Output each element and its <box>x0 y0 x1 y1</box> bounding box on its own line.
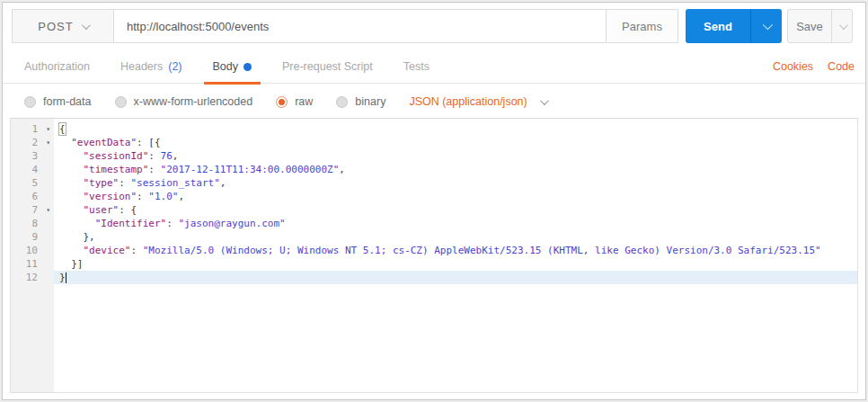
radio-circle-icon <box>115 96 127 108</box>
editor-line[interactable]: 4 "timestamp": "2017-12-11T11:34:00.0000… <box>11 163 857 176</box>
save-button[interactable]: Save <box>788 10 831 42</box>
editor-line[interactable]: 6 "version": "1.0", <box>11 190 857 203</box>
send-options-button[interactable] <box>750 9 782 43</box>
chevron-down-icon <box>540 96 549 105</box>
fold-arrow-icon[interactable]: ▾ <box>46 136 50 149</box>
params-button[interactable]: Params <box>606 10 678 42</box>
tab-body[interactable]: Body <box>211 50 254 84</box>
line-number: 1▾ <box>11 122 54 136</box>
editor-line[interactable]: 10 "device": "Mozilla/5.0 (Windows; U; W… <box>11 244 857 257</box>
url-input[interactable]: http://localhost:5000/events <box>114 10 606 42</box>
fold-arrow-icon[interactable]: ▾ <box>46 122 50 136</box>
chevron-down-icon <box>838 21 847 30</box>
method-label: POST <box>38 20 73 33</box>
fold-arrow-icon[interactable]: ▾ <box>46 203 50 217</box>
line-number: 10 <box>11 244 54 257</box>
send-button[interactable]: Send <box>686 9 750 43</box>
editor-line[interactable]: 1▾{ <box>11 122 857 136</box>
url-group: POST http://localhost:5000/events Params <box>12 9 678 43</box>
content-type-dropdown[interactable]: JSON (application/json) <box>409 95 545 108</box>
request-builder-panel: POST http://localhost:5000/events Params… <box>2 2 866 400</box>
line-number: 5 <box>11 176 54 190</box>
save-options-button[interactable] <box>831 10 852 42</box>
code-text: }, <box>54 230 857 244</box>
code-text: "type": "session_start", <box>54 176 857 190</box>
app-window: POST http://localhost:5000/events Params… <box>0 0 868 402</box>
text-cursor <box>66 272 66 283</box>
line-number: 11 <box>11 257 54 271</box>
send-split-button: Send <box>686 9 782 43</box>
url-value: http://localhost:5000/events <box>127 20 269 33</box>
line-number: 9 <box>11 230 54 244</box>
body-type-row: form-data x-www-form-urlencoded raw bina… <box>3 85 865 119</box>
radio-x-www-form-urlencoded[interactable]: x-www-form-urlencoded <box>115 95 253 108</box>
tabs-links: Cookies Code <box>773 60 865 73</box>
tab-authorization[interactable]: Authorization <box>22 50 92 84</box>
code-text: { <box>54 122 857 136</box>
line-number: 8 <box>11 217 54 230</box>
editor-line[interactable]: 12} <box>11 271 857 284</box>
code-text: "timestamp": "2017-12-11T11:34:00.000000… <box>54 163 857 176</box>
request-bar: POST http://localhost:5000/events Params… <box>12 9 853 43</box>
cookies-link[interactable]: Cookies <box>773 60 813 73</box>
line-number: 12 <box>11 271 54 284</box>
editor-line[interactable]: 2▾ "eventData": [{ <box>11 136 857 149</box>
code-text: "user": { <box>54 203 857 217</box>
radio-circle-icon <box>336 96 348 108</box>
save-split-button: Save <box>787 9 853 43</box>
radio-form-data[interactable]: form-data <box>24 95 92 108</box>
editor-line[interactable]: 11 }] <box>11 257 857 271</box>
radio-binary[interactable]: binary <box>336 95 385 108</box>
code-text: "Identifier": "jason@raygun.com" <box>54 217 857 230</box>
editor-line[interactable]: 5 "type": "session_start", <box>11 176 857 190</box>
editor-line[interactable]: 8 "Identifier": "jason@raygun.com" <box>11 217 857 230</box>
line-number: 7▾ <box>11 203 54 217</box>
line-number: 2▾ <box>11 136 54 149</box>
chevron-down-icon <box>763 20 773 30</box>
radio-circle-icon <box>276 96 288 108</box>
editor-line[interactable]: 9 }, <box>11 230 857 244</box>
code-text: "device": "Mozilla/5.0 (Windows; U; Wind… <box>54 244 857 257</box>
code-text: "eventData": [{ <box>54 136 857 149</box>
method-select[interactable]: POST <box>13 10 114 42</box>
body-has-content-dot <box>244 63 252 71</box>
request-tabs-row: Authorization Headers (2) Body Pre-reque… <box>3 50 865 84</box>
code-text: }] <box>54 257 857 271</box>
chevron-down-icon <box>82 21 91 30</box>
line-number: 4 <box>11 163 54 176</box>
code-text: "version": "1.0", <box>54 190 857 203</box>
code-link[interactable]: Code <box>828 60 855 73</box>
tab-pre-request-script[interactable]: Pre-request Script <box>280 50 375 84</box>
code-text: } <box>54 271 857 284</box>
headers-count-badge: (2) <box>168 60 182 73</box>
editor-line[interactable]: 7▾ "user": { <box>11 203 857 217</box>
request-tabs: Authorization Headers (2) Body Pre-reque… <box>3 50 431 84</box>
line-number: 6 <box>11 190 54 203</box>
code-text: "sessionId": 76, <box>54 149 857 163</box>
editor-lines: 1▾{2▾ "eventData": [{3 "sessionId": 76,4… <box>11 122 857 284</box>
radio-circle-icon <box>24 96 36 108</box>
tab-headers[interactable]: Headers (2) <box>119 50 184 84</box>
raw-body-editor[interactable]: 1▾{2▾ "eventData": [{3 "sessionId": 76,4… <box>10 118 858 393</box>
editor-line[interactable]: 3 "sessionId": 76, <box>11 149 857 163</box>
line-number: 3 <box>11 149 54 163</box>
radio-raw[interactable]: raw <box>276 95 313 108</box>
tab-tests[interactable]: Tests <box>402 50 431 84</box>
